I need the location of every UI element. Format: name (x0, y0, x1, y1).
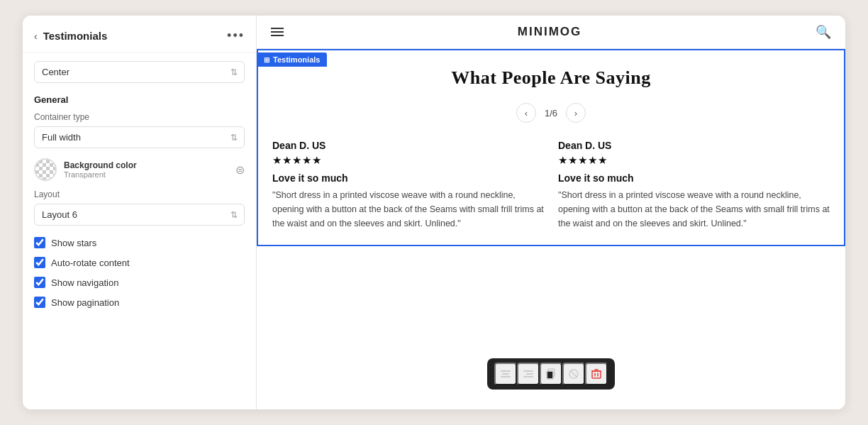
layout-select-wrapper: Layout 6 Layout 1 Layout 2 (34, 204, 245, 226)
section-tab-icon: ⊞ (264, 56, 269, 64)
color-name: Background color (64, 160, 137, 170)
show-stars-row: Show stars (34, 237, 245, 248)
background-color-row: Background color Transparent ⊜ (34, 158, 245, 181)
panel-menu-button[interactable]: ••• (227, 28, 245, 43)
next-button[interactable]: › (566, 103, 586, 123)
align-select-wrapper: Center Left Right (34, 61, 245, 83)
layout-label: Layout (34, 189, 245, 199)
toolbar-delete-button[interactable] (585, 363, 608, 385)
show-stars-checkbox[interactable] (34, 237, 45, 248)
toolbar-align-button[interactable] (494, 363, 517, 385)
nav-brand: MINIMOG (518, 25, 582, 39)
pagination: 1/6 (545, 108, 557, 118)
preview-frame: MINIMOG 🔍 ⊞ Testimonials What People Are… (257, 16, 845, 409)
section-tab: ⊞ Testimonials (257, 53, 327, 67)
color-info: Background color Transparent (64, 160, 137, 179)
container-type-select[interactable]: Full width Boxed (34, 126, 245, 148)
right-panel: MINIMOG 🔍 ⊞ Testimonials What People Are… (257, 16, 845, 409)
testimonials-title: What People Are Saying (272, 67, 830, 89)
section-tab-label: Testimonials (273, 55, 320, 64)
prev-button[interactable]: ‹ (516, 103, 536, 123)
left-panel: ‹ Testimonials ••• Center Left Right Gen… (23, 16, 257, 409)
testimonial-card-1: Dean D. US ★★★★★ Love it so much "Short … (272, 140, 544, 231)
auto-rotate-label: Auto-rotate content (51, 258, 130, 268)
nav-search-icon[interactable]: 🔍 (816, 24, 831, 40)
testimonials-section[interactable]: What People Are Saying ‹ 1/6 › Dean D. U… (257, 49, 845, 246)
stars-1: ★★★★★ (272, 154, 544, 167)
show-pagination-label: Show pagination (51, 297, 119, 308)
svg-rect-1 (502, 373, 509, 375)
align-select-row: Center Left Right (34, 61, 245, 83)
show-pagination-checkbox[interactable] (34, 297, 45, 308)
app-wrapper: ‹ Testimonials ••• Center Left Right Gen… (23, 16, 845, 409)
container-type-select-wrapper: Full width Boxed (34, 126, 245, 148)
stars-2: ★★★★★ (558, 154, 830, 167)
svg-rect-3 (523, 370, 533, 372)
testimonials-grid: Dean D. US ★★★★★ Love it so much "Short … (272, 140, 830, 231)
panel-body: Center Left Right General Container type… (23, 53, 256, 409)
review-text-2: "Short dress in a printed viscose weave … (558, 188, 830, 231)
layout-select[interactable]: Layout 6 Layout 1 Layout 2 (34, 204, 245, 226)
svg-line-10 (570, 370, 577, 377)
panel-title: Testimonials (43, 30, 108, 42)
svg-rect-0 (501, 370, 511, 372)
back-button[interactable]: ‹ (34, 31, 38, 42)
floating-toolbar (487, 358, 615, 390)
panel-header: ‹ Testimonials ••• (23, 16, 256, 53)
show-navigation-label: Show navigation (51, 277, 118, 288)
preview-nav: MINIMOG 🔍 (257, 16, 845, 49)
toolbar-indent-button[interactable] (517, 363, 540, 385)
general-section-label: General (34, 94, 245, 105)
review-title-2: Love it so much (558, 172, 830, 184)
color-swatch[interactable] (34, 158, 57, 181)
nav-controls: ‹ 1/6 › (272, 103, 830, 123)
svg-rect-4 (526, 373, 533, 375)
nav-hamburger[interactable] (271, 28, 284, 36)
reviewer-name-1: Dean D. US (272, 140, 544, 151)
toolbar-hide-button[interactable] (562, 363, 585, 385)
svg-rect-11 (592, 371, 601, 378)
svg-rect-7 (547, 371, 553, 379)
show-pagination-row: Show pagination (34, 297, 245, 308)
review-title-1: Love it so much (272, 172, 544, 184)
auto-rotate-row: Auto-rotate content (34, 257, 245, 268)
color-value: Transparent (64, 170, 137, 179)
testimonial-card-2: Dean D. US ★★★★★ Love it so much "Short … (558, 140, 830, 231)
panel-header-left: ‹ Testimonials (34, 30, 107, 42)
reviewer-name-2: Dean D. US (558, 140, 830, 151)
auto-rotate-checkbox[interactable] (34, 257, 45, 268)
svg-rect-2 (501, 376, 511, 377)
align-select[interactable]: Center Left Right (34, 61, 245, 83)
toolbar-copy-button[interactable] (540, 363, 562, 385)
review-text-1: "Short dress in a printed viscose weave … (272, 188, 544, 231)
show-navigation-checkbox[interactable] (34, 277, 45, 288)
svg-rect-5 (523, 376, 533, 377)
color-row-left: Background color Transparent (34, 158, 137, 181)
show-stars-label: Show stars (51, 238, 96, 248)
stack-icon[interactable]: ⊜ (235, 163, 245, 177)
container-type-label: Container type (34, 112, 245, 122)
show-navigation-row: Show navigation (34, 277, 245, 288)
